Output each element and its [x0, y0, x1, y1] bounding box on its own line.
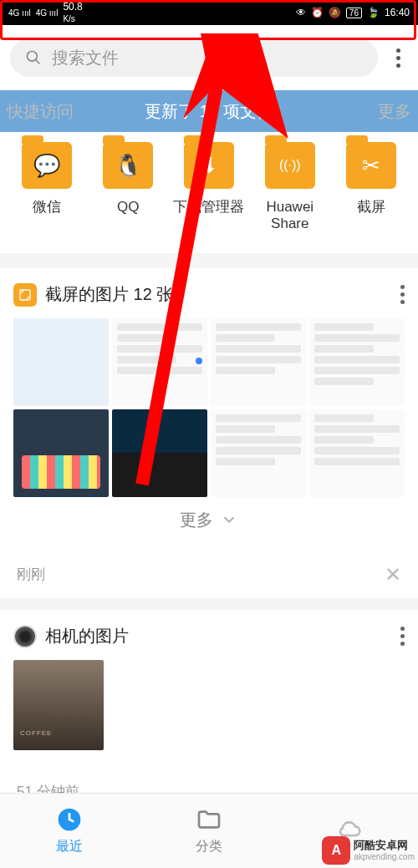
quick-access-title: 快捷访问: [7, 100, 74, 123]
screenshots-timestamp-row: 刚刚 ✕: [0, 551, 418, 598]
signal-1: 4G ıııl: [8, 8, 31, 18]
screenshots-menu[interactable]: [400, 285, 405, 304]
watermark-name: 阿酷安卓网: [354, 840, 415, 851]
nav-recent[interactable]: 最近: [0, 794, 140, 868]
net-speed: 50.8K/s: [63, 1, 82, 24]
quick-download[interactable]: ⬇ 下载管理器: [172, 142, 246, 233]
alarm-icon: ⏰: [311, 7, 324, 18]
chevron-down-icon: [220, 510, 238, 529]
battery-indicator: 76: [346, 8, 362, 18]
qq-icon: 🐧: [103, 142, 153, 189]
search-row: 搜索文件: [0, 25, 418, 90]
mute-icon: 🔕: [329, 7, 341, 18]
screenshots-badge-icon: [13, 283, 37, 307]
camera-title: 相机的图片: [45, 625, 129, 647]
thumb[interactable]: [309, 409, 405, 497]
eye-icon: 👁: [296, 7, 306, 18]
search-input[interactable]: 搜索文件: [10, 38, 378, 77]
svg-line-4: [36, 60, 40, 64]
quick-qq[interactable]: 🐧 QQ: [91, 142, 165, 233]
thumb[interactable]: [309, 318, 405, 406]
quick-screenshot[interactable]: ✂ 截屏: [334, 142, 408, 233]
camera-section: 相机的图片: [0, 610, 418, 765]
search-placeholder: 搜索文件: [52, 47, 119, 69]
clock-time: 16:40: [385, 7, 410, 18]
folder-icon: [196, 806, 222, 833]
overflow-menu[interactable]: [388, 48, 408, 68]
nav-category[interactable]: 分类: [140, 794, 279, 868]
thumb[interactable]: [211, 409, 306, 497]
dismiss-button[interactable]: ✕: [385, 563, 401, 586]
watermark-url: akpvending.com: [354, 852, 415, 861]
screenshots-more[interactable]: 更多: [13, 497, 405, 536]
svg-point-3: [28, 52, 38, 62]
screenshot-icon: ✂: [346, 142, 396, 189]
status-bar: 4G ıııl 4G ıııl 50.8K/s 👁 ⏰ 🔕 76 🍃 16:40: [0, 0, 418, 25]
thumb[interactable]: [112, 409, 207, 497]
watermark-badge: A: [322, 836, 350, 865]
leaf-icon: 🍃: [367, 7, 380, 18]
camera-icon: [13, 625, 37, 648]
quick-huawei-share[interactable]: ((·)) Huawei Share: [253, 142, 327, 233]
svg-rect-5: [20, 290, 30, 300]
clock-icon: [56, 806, 83, 833]
watermark: A 阿酷安卓网 akpvending.com: [322, 836, 415, 865]
thumb[interactable]: [13, 409, 109, 497]
quick-access-more[interactable]: 更多: [378, 100, 411, 123]
share-icon: ((·)): [265, 142, 315, 189]
screenshots-section: 截屏的图片 12 张 更多: [0, 268, 418, 551]
thumb[interactable]: [211, 318, 306, 406]
screenshots-title: 截屏的图片 12 张: [45, 283, 173, 306]
quick-access-section: 快捷访问 更多 💬 微信 🐧 QQ ⬇ 下载管理器 ((·)) Huawei S…: [0, 132, 418, 253]
screenshots-grid: [13, 318, 405, 497]
signal-2: 4G ıııl: [36, 8, 59, 18]
quick-wechat[interactable]: 💬 微信: [10, 142, 84, 233]
search-icon: [25, 49, 42, 66]
thumb[interactable]: [13, 318, 109, 406]
camera-menu[interactable]: [400, 627, 405, 646]
screenshots-timestamp: 刚刚: [17, 565, 45, 584]
camera-thumb[interactable]: [13, 660, 104, 750]
wechat-icon: 💬: [22, 142, 72, 189]
download-icon: ⬇: [184, 142, 234, 189]
thumb[interactable]: [112, 318, 207, 406]
